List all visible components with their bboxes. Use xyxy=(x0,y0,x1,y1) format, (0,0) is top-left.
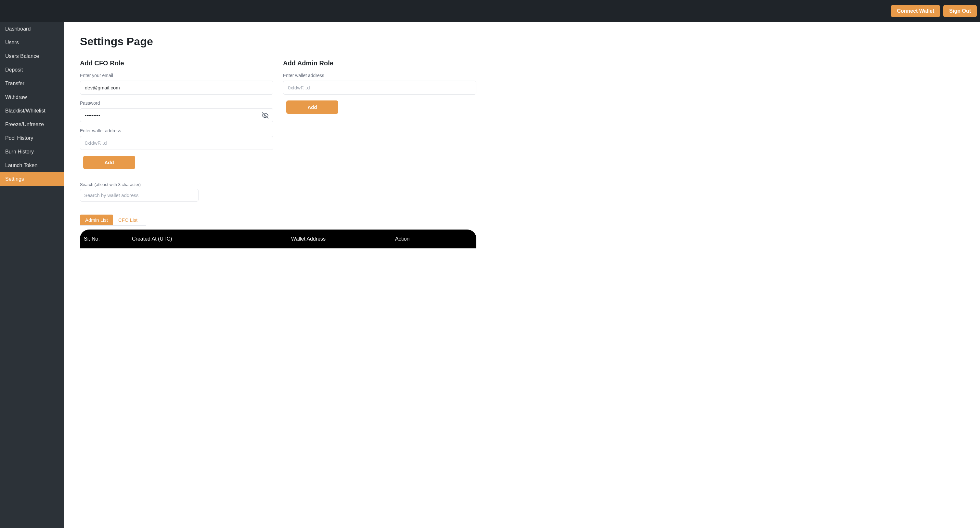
tab-cfo-list[interactable]: CFO List xyxy=(113,215,143,225)
topbar: Connect Wallet Sign Out xyxy=(0,0,980,22)
table-header-action: Action xyxy=(395,236,476,242)
cfo-section-title: Add CFO Role xyxy=(80,59,273,67)
sidebar-item-blacklist-whitelist[interactable]: Blacklist/Whitelist xyxy=(0,104,64,118)
table-header-wallet-address: Wallet Address xyxy=(291,236,395,242)
search-input[interactable] xyxy=(80,189,199,202)
sidebar-item-deposit[interactable]: Deposit xyxy=(0,63,64,77)
sidebar-item-dashboard[interactable]: Dashboard xyxy=(0,22,64,36)
cfo-password-input[interactable] xyxy=(80,108,273,122)
table-header-created-at: Created At (UTC) xyxy=(132,236,291,242)
table-header-row: Sr. No. Created At (UTC) Wallet Address … xyxy=(80,230,476,249)
sidebar-item-users[interactable]: Users xyxy=(0,36,64,49)
sidebar: Dashboard Users Users Balance Deposit Tr… xyxy=(0,22,64,528)
admin-wallet-input[interactable] xyxy=(283,81,476,95)
tab-admin-list[interactable]: Admin List xyxy=(80,215,113,225)
cfo-email-input[interactable] xyxy=(80,81,273,95)
cfo-wallet-label: Enter wallet address xyxy=(80,128,273,133)
table: Sr. No. Created At (UTC) Wallet Address … xyxy=(80,230,476,249)
sign-out-button[interactable]: Sign Out xyxy=(943,5,977,17)
sidebar-item-freeze-unfreeze[interactable]: Freeze/Unfreeze xyxy=(0,118,64,131)
admin-role-section: Add Admin Role Enter wallet address Add xyxy=(283,59,476,169)
admin-add-button[interactable]: Add xyxy=(286,100,338,114)
admin-wallet-label: Enter wallet address xyxy=(283,73,476,78)
connect-wallet-button[interactable]: Connect Wallet xyxy=(891,5,940,17)
table-header-sr-no: Sr. No. xyxy=(80,236,132,242)
sidebar-item-transfer[interactable]: Transfer xyxy=(0,77,64,90)
admin-section-title: Add Admin Role xyxy=(283,59,476,67)
cfo-email-label: Enter your email xyxy=(80,73,273,78)
sidebar-item-launch-token[interactable]: Launch Token xyxy=(0,159,64,172)
tabs: Admin List CFO List xyxy=(80,215,146,226)
page-title: Settings Page xyxy=(80,35,476,48)
search-label: Search (atleast with 3 character) xyxy=(80,182,476,187)
cfo-password-label: Password xyxy=(80,100,273,106)
search-block: Search (atleast with 3 character) xyxy=(80,182,476,202)
content: Settings Page Add CFO Role Enter your em… xyxy=(64,22,493,528)
sidebar-item-withdraw[interactable]: Withdraw xyxy=(0,90,64,104)
cfo-role-section: Add CFO Role Enter your email Password E… xyxy=(80,59,273,169)
sidebar-item-burn-history[interactable]: Burn History xyxy=(0,145,64,159)
sidebar-item-settings[interactable]: Settings xyxy=(0,172,64,186)
cfo-add-button[interactable]: Add xyxy=(83,156,135,169)
eye-off-icon[interactable] xyxy=(262,112,269,119)
cfo-wallet-input[interactable] xyxy=(80,136,273,150)
sidebar-item-users-balance[interactable]: Users Balance xyxy=(0,49,64,63)
sidebar-item-pool-history[interactable]: Pool History xyxy=(0,131,64,145)
